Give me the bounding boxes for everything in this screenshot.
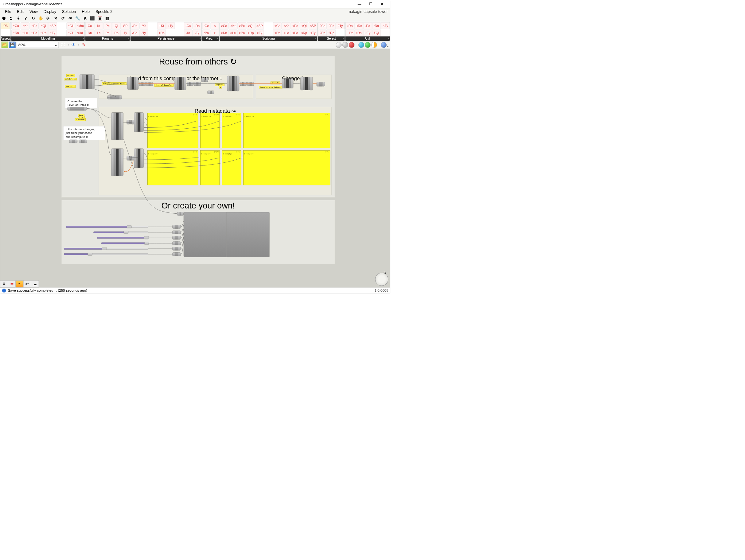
component-6[interactable]: [300, 77, 313, 90]
ribbon-cell[interactable]: ~GL: [67, 30, 75, 36]
ribbon-cell[interactable]: Kt: [94, 23, 103, 29]
ribbon-cell[interactable]: ~Rp: [39, 30, 48, 36]
ribbon-cell[interactable]: +Ty: [166, 23, 175, 29]
label-wasabi[interactable]: wasabi: [66, 74, 75, 77]
speckle-icon[interactable]: ▦: [98, 16, 102, 21]
ribbon-cell[interactable]: <Rp: [300, 30, 308, 36]
menu-edit[interactable]: Edit: [14, 9, 27, 14]
menu-view[interactable]: View: [26, 9, 40, 14]
ribbon-cell[interactable]: <Lc: [282, 30, 291, 36]
ribbon-cell[interactable]: ∋Dn: [354, 23, 363, 29]
ribbon-cell[interactable]: ~Dn: [11, 30, 20, 36]
component-4[interactable]: [227, 76, 239, 91]
ribbon-cell[interactable]: Po: [103, 30, 112, 36]
label-cap-balcony[interactable]: Capsule with Balcony: [259, 86, 283, 89]
ribbon-group-params[interactable]: CoKtPcQISPDnLcPoRpTy Params: [85, 22, 130, 41]
ribbon-cell[interactable]: >Ty: [255, 30, 264, 36]
ribbon-cell[interactable]: <SP: [309, 23, 317, 29]
component-create-big[interactable]: [184, 212, 270, 257]
ribbon-title-select[interactable]: Select: [318, 36, 345, 41]
button-recompute[interactable]: [79, 140, 87, 143]
ribbon-cell[interactable]: ∪Ty: [363, 30, 372, 36]
ribbon-cell[interactable]: >Pc: [238, 23, 246, 29]
open-button[interactable]: 📂: [2, 42, 8, 48]
arrow-icon[interactable]: ➹: [24, 16, 28, 21]
ribbon-cell[interactable]: +Dn: [157, 30, 166, 36]
panel-1-4[interactable]: {0;0} 0 <empty>: [243, 113, 330, 148]
ribbon-cell[interactable]: >Co: [220, 23, 228, 29]
refresh-icon[interactable]: ↻: [31, 16, 36, 21]
ribbon-cell[interactable]: ←Dn: [346, 30, 354, 36]
ribbon-cell[interactable]: /Ge: [131, 30, 139, 36]
strip-merge-icon[interactable]: ⇉: [8, 280, 16, 287]
ribbon-cell[interactable]: -Ca: [184, 23, 193, 29]
compass-widget[interactable]: [375, 273, 388, 286]
component-3b[interactable]: [187, 82, 193, 86]
close-button[interactable]: ✕: [377, 0, 388, 8]
component-1[interactable]: [79, 75, 94, 89]
menu-speckle[interactable]: Speckle 2: [93, 9, 116, 14]
ribbon-cell[interactable]: -Ty: [193, 30, 201, 36]
loop-icon[interactable]: ⟳: [61, 16, 65, 21]
menu-file[interactable]: File: [2, 9, 14, 14]
ribbon-title-modelling[interactable]: Modelling: [11, 36, 85, 41]
component-m1[interactable]: [111, 112, 124, 140]
slider-5[interactable]: [64, 247, 148, 250]
panel-2-1[interactable]: {0;0} 0 <empty>: [148, 151, 198, 185]
eye-icon[interactable]: 👁: [68, 16, 73, 21]
label-metabolism[interactable]: metabolism: [64, 78, 77, 80]
ribbon-cell[interactable]: ~Lc: [21, 30, 30, 36]
ribbon-title-params[interactable]: Params: [85, 36, 130, 41]
ribbon-group-scripting[interactable]: >Co>Kt>Pc>QI>SP<Co<Kt<Pc<QI<SP>Dn>Lc>Po>…: [220, 22, 318, 41]
shade-sphere-4[interactable]: [381, 42, 387, 48]
ribbon-title-prev[interactable]: Prev…: [202, 36, 219, 41]
ribbon-cell[interactable]: ↓Dn: [346, 23, 354, 29]
slider-6[interactable]: [64, 253, 148, 256]
ribbon-cell[interactable]: Ty: [121, 30, 130, 36]
label-v24[interactable]: v24.12-1: [65, 85, 75, 88]
label-tags-vol[interactable]: 0 volume: [75, 118, 86, 121]
ribbon-group-asse[interactable]: !PA Asse…: [1, 22, 11, 41]
ribbon-cell[interactable]: +Kt: [157, 23, 166, 29]
ribbon-cell[interactable]: >Lc: [229, 30, 237, 36]
ribbon-cell[interactable]: QI: [112, 23, 121, 29]
slider-4[interactable]: [101, 242, 148, 245]
slider-2[interactable]: [93, 231, 148, 234]
minimize-button[interactable]: —: [354, 0, 365, 8]
ribbon-cell[interactable]: ≈Dn: [354, 30, 363, 36]
component-2[interactable]: [127, 77, 138, 90]
ribbon-cell[interactable]: Rp: [112, 30, 121, 36]
ribbon-cell[interactable]: Pc: [103, 23, 112, 29]
menu-help[interactable]: Help: [79, 9, 93, 14]
sprout-icon[interactable]: ⚘: [16, 16, 21, 21]
k-icon[interactable]: K: [83, 16, 88, 21]
component-create-in[interactable]: [177, 212, 184, 216]
component-m2b[interactable]: [127, 156, 134, 161]
ribbon-cell[interactable]: -Dn: [193, 23, 201, 29]
menu-display[interactable]: Display: [40, 9, 59, 14]
sketch-button[interactable]: ✎: [80, 42, 87, 48]
component-5[interactable]: [282, 78, 294, 88]
cross-icon[interactable]: ✕: [53, 16, 58, 21]
ribbon-cell[interactable]: ~Mm: [76, 23, 85, 29]
ribbon-cell[interactable]: /Kt: [139, 23, 148, 29]
slider-detail[interactable]: [68, 107, 87, 110]
ribbon-cell[interactable]: >Kt: [229, 23, 237, 29]
ribbon-cell[interactable]: %Id: [76, 30, 85, 36]
ribbon-cell[interactable]: ∩Ty: [381, 23, 390, 29]
component-6b[interactable]: [317, 82, 325, 87]
strip-zigzag-icon[interactable]: 〰: [16, 280, 23, 287]
panel-1-1[interactable]: {0;0} 0 <empty>: [148, 113, 198, 148]
ribbon-cell[interactable]: :Po: [202, 30, 210, 36]
component-2b[interactable]: [139, 82, 146, 86]
hex-icon[interactable]: ⬢: [2, 16, 6, 21]
ribbon-cell[interactable]: ~Pc: [30, 23, 39, 29]
display-sphere-1[interactable]: [336, 42, 342, 48]
ribbon-cell[interactable]: ?Rp: [327, 30, 336, 36]
component-m1b[interactable]: [127, 120, 134, 124]
label-city[interactable]: City of Capsules: [155, 84, 174, 87]
canvas[interactable]: Reuse from others ↻ Load from this compu…: [0, 49, 390, 288]
ribbon-cell[interactable]: >: [210, 30, 219, 36]
ribbon-cell[interactable]: <Co: [273, 23, 282, 29]
blue-square-icon[interactable]: ⬛: [90, 16, 95, 21]
